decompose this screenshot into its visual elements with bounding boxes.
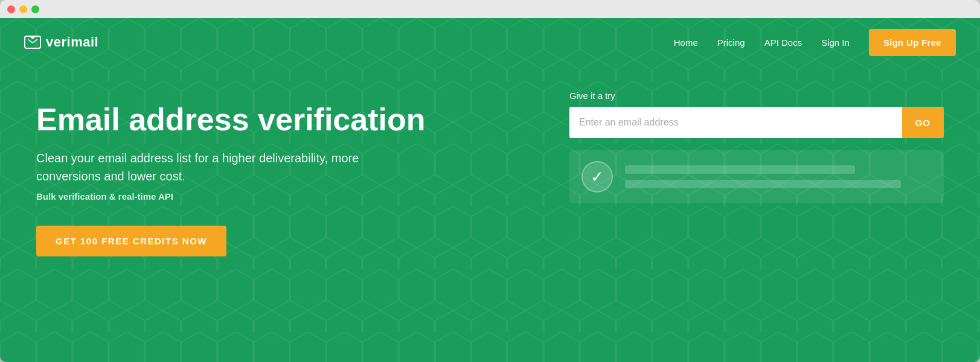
result-line-2 (625, 180, 901, 188)
window-chrome: verimail Home Pricing API Docs Sign In S… (0, 0, 980, 362)
close-dot[interactable] (7, 5, 15, 13)
hero-right: Give it a try GO ✓ (569, 91, 944, 203)
checkmark-icon: ✓ (591, 169, 604, 185)
nav-api-docs[interactable]: API Docs (764, 37, 802, 48)
email-input-row: GO (569, 107, 944, 138)
hero-left: Email address verification Clean your em… (36, 91, 459, 256)
title-bar (0, 0, 980, 18)
nav-links: Home Pricing API Docs Sign In Sign Up Fr… (674, 29, 956, 56)
hero-subtitle: Clean your email address list for a high… (36, 149, 386, 185)
hero-section: Email address verification Clean your em… (0, 66, 980, 256)
logo-icon (24, 36, 41, 49)
navbar: verimail Home Pricing API Docs Sign In S… (0, 18, 980, 66)
signup-button[interactable]: Sign Up Free (869, 29, 956, 56)
logo[interactable]: verimail (24, 34, 98, 50)
cta-button[interactable]: GET 100 FREE CREDITS NOW (36, 226, 226, 256)
nav-sign-in[interactable]: Sign In (821, 37, 850, 48)
main-content: verimail Home Pricing API Docs Sign In S… (0, 18, 980, 362)
minimize-dot[interactable] (19, 5, 27, 13)
maximize-dot[interactable] (31, 5, 39, 13)
hero-title: Email address verification (36, 103, 459, 137)
go-button[interactable]: GO (902, 107, 944, 138)
logo-text: verimail (46, 34, 98, 50)
envelope-icon (28, 39, 37, 46)
result-area: ✓ (569, 150, 944, 203)
hero-tagline: Bulk verification & real-time API (36, 191, 459, 202)
nav-pricing[interactable]: Pricing (717, 37, 745, 48)
check-circle: ✓ (581, 161, 613, 192)
email-input[interactable] (569, 107, 902, 138)
result-line-1 (625, 165, 855, 174)
result-lines (625, 165, 932, 188)
try-label: Give it a try (569, 91, 944, 101)
nav-home[interactable]: Home (674, 37, 698, 48)
